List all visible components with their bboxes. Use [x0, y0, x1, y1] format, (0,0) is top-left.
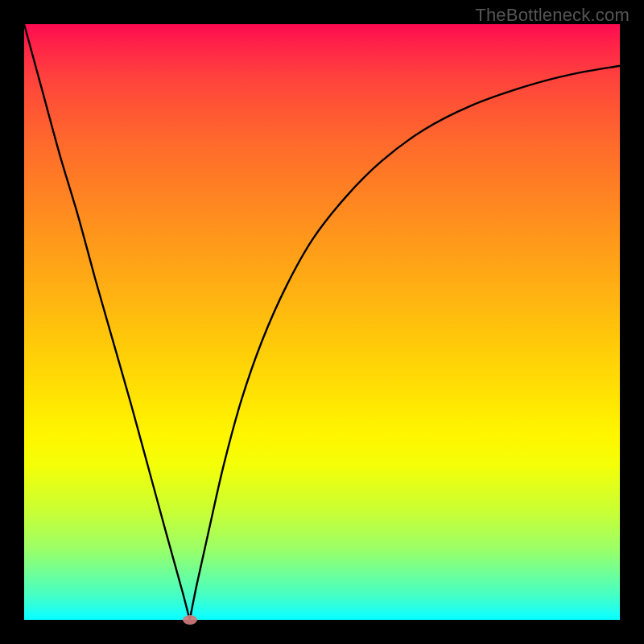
chart-plot-area: [24, 24, 620, 620]
chart-curve-svg: [24, 24, 620, 620]
minimum-point-marker: [183, 615, 197, 625]
v-curve-line: [24, 24, 620, 620]
watermark-text: TheBottleneck.com: [475, 5, 630, 26]
